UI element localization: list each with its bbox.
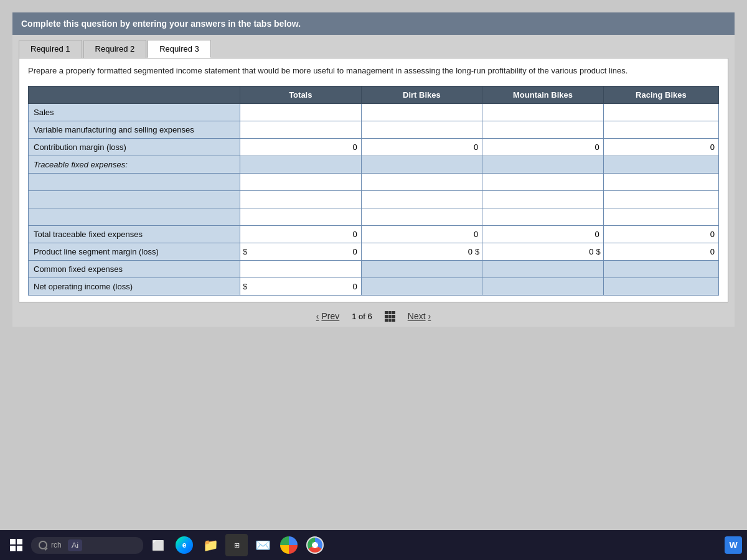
cell-totaltrace-mountain[interactable] <box>482 225 604 243</box>
input-t2-dirt[interactable] <box>364 195 480 204</box>
cell-var-totals[interactable] <box>240 121 362 138</box>
cell-net-totals[interactable]: $ <box>240 278 362 295</box>
input-t3-racing[interactable] <box>606 212 716 222</box>
input-t3-mountain[interactable] <box>485 212 601 222</box>
cell-totaltrace-racing[interactable] <box>603 225 718 243</box>
input-sales-racing[interactable] <box>606 108 716 117</box>
cell-contrib-racing[interactable] <box>603 138 718 156</box>
cell-seg-mountain[interactable]: $ <box>482 243 604 260</box>
input-var-dirt[interactable] <box>364 125 480 134</box>
input-t3-totals[interactable] <box>243 212 359 222</box>
cell-var-dirt[interactable] <box>361 121 482 138</box>
cell-sales-mountain[interactable] <box>482 103 604 121</box>
cell-t2-dirt[interactable] <box>361 190 482 208</box>
input-var-totals[interactable] <box>243 125 359 134</box>
input-common-totals[interactable] <box>243 264 359 274</box>
input-sales-mountain[interactable] <box>485 108 601 117</box>
input-totaltrace-mountain[interactable] <box>485 230 601 239</box>
chrome-icon[interactable] <box>304 534 326 556</box>
label-sales: Sales <box>29 103 240 121</box>
input-net-totals[interactable] <box>248 282 358 291</box>
input-t2-totals[interactable] <box>243 195 359 204</box>
col-header-totals: Totals <box>240 86 362 103</box>
label-total-traceable: Total traceable fixed expenses <box>29 225 240 243</box>
input-t2-racing[interactable] <box>606 195 716 204</box>
input-contrib-racing[interactable] <box>606 142 716 152</box>
cell-t2-totals[interactable] <box>240 190 362 208</box>
cell-t3-dirt[interactable] <box>361 208 482 225</box>
input-totaltrace-totals[interactable] <box>243 230 359 239</box>
cell-t1-totals[interactable] <box>240 173 362 190</box>
folder-logo: 📁 <box>203 538 218 553</box>
cell-t1-racing[interactable] <box>603 173 718 190</box>
tab-required-2[interactable]: Required 2 <box>83 40 147 58</box>
cell-common-mountain <box>482 260 604 278</box>
input-totaltrace-dirt[interactable] <box>364 230 480 239</box>
cell-var-mountain[interactable] <box>482 121 604 138</box>
tab-required-1[interactable]: Required 1 <box>19 40 82 58</box>
input-seg-mountain[interactable] <box>485 247 594 256</box>
input-t1-racing[interactable] <box>606 177 716 187</box>
tab-required-3[interactable]: Required 3 <box>148 40 211 58</box>
cell-totaltrace-dirt[interactable] <box>361 225 482 243</box>
input-contrib-dirt[interactable] <box>364 142 480 152</box>
google-icon[interactable] <box>278 534 300 556</box>
input-t1-dirt[interactable] <box>364 177 480 187</box>
cell-contrib-dirt[interactable] <box>361 138 482 156</box>
windows-button[interactable] <box>5 534 27 556</box>
google-logo <box>280 536 298 554</box>
cell-contrib-totals[interactable] <box>240 138 362 156</box>
cell-t3-totals[interactable] <box>240 208 362 225</box>
word-icon[interactable]: W <box>725 536 742 554</box>
label-traceable-1 <box>29 173 240 190</box>
input-totaltrace-racing[interactable] <box>606 230 716 239</box>
tiles-icon[interactable]: ⊞ <box>225 534 248 556</box>
cell-var-racing[interactable] <box>603 121 718 138</box>
next-button[interactable]: Next › <box>408 311 431 321</box>
taskbar-search-bar[interactable]: rch Ai <box>31 537 143 554</box>
cell-t3-racing[interactable] <box>603 208 718 225</box>
cell-sales-totals[interactable] <box>240 103 362 121</box>
income-table: Totals Dirt Bikes Mountain Bikes Racing … <box>28 86 719 296</box>
cell-seg-racing[interactable] <box>603 243 718 260</box>
prev-button[interactable]: ‹ Prev <box>316 311 339 321</box>
cell-sales-racing[interactable] <box>603 103 718 121</box>
grid-icon[interactable] <box>385 311 395 322</box>
table-row: Net operating income (loss) $ <box>29 278 719 295</box>
label-traceable-2 <box>29 190 240 208</box>
input-contrib-mountain[interactable] <box>485 142 601 152</box>
input-seg-dirt[interactable] <box>364 247 474 256</box>
cell-sales-dirt[interactable] <box>361 103 482 121</box>
next-arrow: › <box>428 311 431 321</box>
cell-t2-racing[interactable] <box>603 190 718 208</box>
cell-common-totals[interactable] <box>240 260 362 278</box>
cell-totaltrace-totals[interactable] <box>240 225 362 243</box>
input-t1-mountain[interactable] <box>485 177 601 187</box>
cell-contrib-mountain[interactable] <box>482 138 604 156</box>
folder-icon[interactable]: 📁 <box>199 534 222 556</box>
edge-icon[interactable]: e <box>173 534 195 556</box>
cell-seg-totals[interactable]: $ <box>240 243 362 260</box>
mail-icon[interactable]: ✉️ <box>251 534 274 556</box>
input-seg-totals[interactable] <box>248 247 358 256</box>
cell-t2-mountain[interactable] <box>482 190 604 208</box>
task-view-icon[interactable]: ⬜ <box>147 534 169 556</box>
cell-traceable-dirt <box>361 156 482 173</box>
dollar-sign-seg-dirt: $ <box>475 247 479 256</box>
input-t3-dirt[interactable] <box>364 212 480 222</box>
table-row <box>29 208 719 225</box>
input-t1-totals[interactable] <box>243 177 359 187</box>
input-contrib-totals[interactable] <box>243 142 359 152</box>
input-sales-totals[interactable] <box>243 108 359 117</box>
cell-seg-dirt[interactable]: $ <box>361 243 482 260</box>
cell-t3-mountain[interactable] <box>482 208 604 225</box>
cell-common-dirt <box>361 260 482 278</box>
input-var-racing[interactable] <box>606 125 716 134</box>
tiles-label: ⊞ <box>234 541 240 549</box>
cell-t1-dirt[interactable] <box>361 173 482 190</box>
input-var-mountain[interactable] <box>485 125 601 134</box>
cell-t1-mountain[interactable] <box>482 173 604 190</box>
input-t2-mountain[interactable] <box>485 195 601 204</box>
input-sales-dirt[interactable] <box>364 108 480 117</box>
input-seg-racing[interactable] <box>606 247 716 256</box>
